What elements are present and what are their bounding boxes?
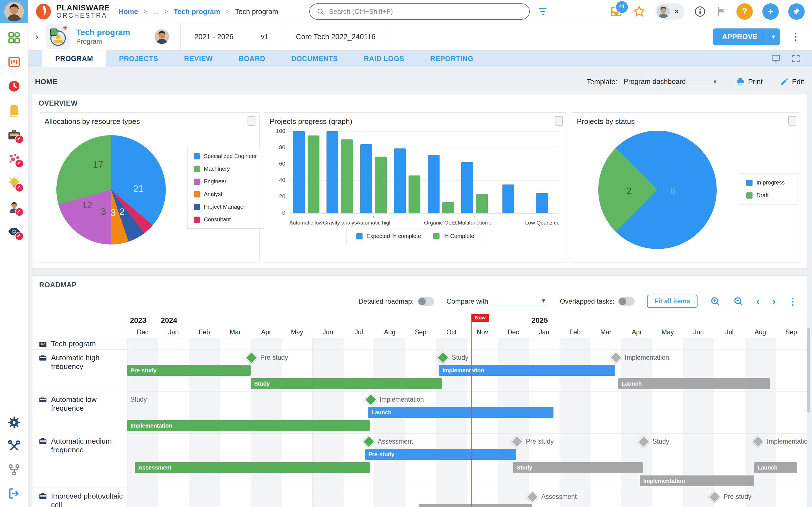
bar-expected-complete[interactable] xyxy=(536,193,548,213)
sidebar-item-settings-gear[interactable] xyxy=(7,416,21,429)
gantt-bar-assessment[interactable]: Assessment xyxy=(135,462,370,473)
vertical-scrollbar[interactable] xyxy=(807,328,810,413)
milestone-implementation[interactable] xyxy=(752,435,764,448)
gantt-row-automatic-medium-frequence[interactable]: AssessmentPre-studyStudyImplementationPr… xyxy=(127,434,807,489)
gantt-row-label-automatic-medium-frequence[interactable]: Automatic medium frequence xyxy=(33,433,127,488)
approve-button[interactable]: APPROVE ▾ xyxy=(713,29,780,45)
milestone-pre-study[interactable] xyxy=(709,490,721,503)
print-button[interactable]: Print xyxy=(736,77,763,86)
milestone-assessment[interactable] xyxy=(363,435,375,448)
projects-progress-chart[interactable]: 020406080100 Automatic low fre...Gravity… xyxy=(271,131,559,226)
template-select[interactable]: Program dashboard ▾ xyxy=(621,76,719,87)
search-box[interactable] xyxy=(309,3,530,20)
milestone-implementation[interactable] xyxy=(610,351,622,364)
gantt-bar-implementation[interactable]: Implementation xyxy=(640,475,754,486)
sidebar-item-ideas[interactable] xyxy=(7,152,21,166)
pin-button[interactable] xyxy=(788,3,805,20)
bar-expected-complete[interactable] xyxy=(502,184,514,213)
gantt-row-label-automatic-low-frequence[interactable]: Automatic low frequence xyxy=(33,391,127,433)
compare-with-select[interactable]: - ▾ xyxy=(492,297,548,306)
gantt-row-automatic-low-frequence[interactable]: StudyImplementationLaunchImplementation xyxy=(127,392,807,434)
allocations-pie-chart[interactable]: 212331217 xyxy=(56,135,166,244)
notifications-tray-icon[interactable]: 41 xyxy=(610,5,623,18)
detailed-roadmap-toggle[interactable] xyxy=(418,297,434,305)
gantt-row-tech-program[interactable] xyxy=(127,338,807,350)
scroll-right-icon[interactable]: › xyxy=(772,296,776,307)
sidebar-item-documents[interactable] xyxy=(7,104,21,117)
milestone-study[interactable] xyxy=(437,351,449,364)
breadcrumb-item-tech-program[interactable]: Tech program xyxy=(174,8,220,16)
milestone-implementation[interactable] xyxy=(364,393,377,406)
scroll-left-icon[interactable]: ‹ xyxy=(756,296,760,307)
milestone-pre-study[interactable] xyxy=(511,435,523,448)
gantt-bar-implementation[interactable]: Implementation xyxy=(439,365,615,376)
bar-expected-complete[interactable] xyxy=(293,131,305,213)
sidebar-item-reviews-eye[interactable] xyxy=(7,225,21,238)
filter-icon[interactable] xyxy=(537,6,548,17)
tab-projects[interactable]: PROJECTS xyxy=(106,50,171,67)
sidebar-item-admin-tools[interactable] xyxy=(7,439,21,453)
gantt-bar-pre-study[interactable]: Pre-study xyxy=(127,365,251,376)
gantt-row-label-improved-photovoltaic-cell[interactable]: Improved photovoltaic cell xyxy=(33,488,127,507)
milestone-pre-study[interactable] xyxy=(245,351,258,364)
tab-reporting[interactable]: REPORTING xyxy=(417,50,486,67)
bar-expected-complete[interactable] xyxy=(428,155,440,213)
sidebar-item-innovation-bulb[interactable] xyxy=(7,176,21,190)
gantt-bar-assessment[interactable]: Assessment xyxy=(419,504,532,507)
gantt-bar-implementation[interactable]: Implementation xyxy=(127,420,370,431)
status-pie-chart[interactable]: 62 xyxy=(598,131,717,249)
card-expand-icon[interactable] xyxy=(788,116,796,126)
sidebar-item-logout[interactable] xyxy=(7,487,21,500)
zoom-in-icon[interactable] xyxy=(710,296,721,307)
current-user-pill[interactable]: × xyxy=(655,3,684,20)
sidebar-item-resources[interactable] xyxy=(7,201,21,214)
tab-board[interactable]: BOARD xyxy=(225,50,278,67)
roadmap-menu-icon[interactable]: ⋮ xyxy=(788,296,798,307)
user-avatar[interactable] xyxy=(0,0,28,23)
sidebar-item-portfolio-board[interactable] xyxy=(7,55,21,69)
tab-program[interactable]: PROGRAM xyxy=(42,50,106,67)
bar-expected-complete[interactable] xyxy=(461,162,473,213)
gantt-row-improved-photovoltaic-cell[interactable]: AssessmentPre-studyAssessmentStudy xyxy=(127,489,807,507)
sidebar-item-integrations[interactable] xyxy=(7,463,21,476)
breadcrumb-item-home[interactable]: Home xyxy=(118,8,138,16)
fullscreen-icon[interactable] xyxy=(791,54,801,63)
bar-complete[interactable] xyxy=(442,202,454,213)
approve-dropdown-icon[interactable]: ▾ xyxy=(767,29,780,45)
more-menu-icon[interactable]: ⋮ xyxy=(787,31,804,43)
breadcrumb-item-[interactable]: ... xyxy=(153,8,159,16)
gantt-bar-pre-study[interactable]: Pre-study xyxy=(365,449,516,460)
edit-button[interactable]: Edit xyxy=(779,77,804,86)
gantt-row-label-automatic-high-frequency[interactable]: Automatic high frequency xyxy=(33,349,127,391)
tab-raid-logs[interactable]: RAID LOGS xyxy=(351,50,417,67)
sidebar-item-projects-case[interactable] xyxy=(7,128,21,142)
gantt-row-label-tech-program[interactable]: Tech program xyxy=(33,338,127,349)
tab-review[interactable]: REVIEW xyxy=(171,50,226,67)
milestone-assessment[interactable] xyxy=(526,490,539,503)
board-view-icon[interactable] xyxy=(771,54,781,64)
bar-expected-complete[interactable] xyxy=(360,144,372,213)
info-icon[interactable] xyxy=(694,6,706,17)
gantt-bar-launch[interactable]: Launch xyxy=(368,407,553,418)
program-owner-avatar[interactable] xyxy=(143,29,181,44)
sidebar-item-time-tracking[interactable] xyxy=(7,79,21,93)
flag-icon[interactable] xyxy=(716,6,727,17)
tab-documents[interactable]: DOCUMENTS xyxy=(278,50,351,67)
gantt-bar-launch[interactable]: Launch xyxy=(754,462,797,473)
milestone-study[interactable] xyxy=(638,435,650,448)
bar-expected-complete[interactable] xyxy=(394,149,406,213)
search-input[interactable] xyxy=(328,7,522,16)
bar-complete[interactable] xyxy=(341,139,353,213)
bar-complete[interactable] xyxy=(308,135,319,213)
fit-all-items-button[interactable]: Fit all items xyxy=(647,295,698,308)
sidebar-item-modules-grid[interactable] xyxy=(7,31,21,45)
close-icon[interactable]: × xyxy=(674,7,679,16)
overlapped-tasks-toggle[interactable] xyxy=(618,297,635,305)
bar-complete[interactable] xyxy=(476,194,488,213)
gantt-bar-launch[interactable]: Launch xyxy=(618,378,770,389)
gantt-bar-study[interactable]: Study xyxy=(251,378,442,389)
brand[interactable]: PLANISWARE ORCHESTRA xyxy=(28,3,118,20)
gantt-bar-study[interactable]: Study xyxy=(513,462,643,473)
bar-complete[interactable] xyxy=(409,175,420,213)
gantt-timeline[interactable]: 202320242025 DecJanFebMarAprMayJunJulAug… xyxy=(127,313,807,507)
